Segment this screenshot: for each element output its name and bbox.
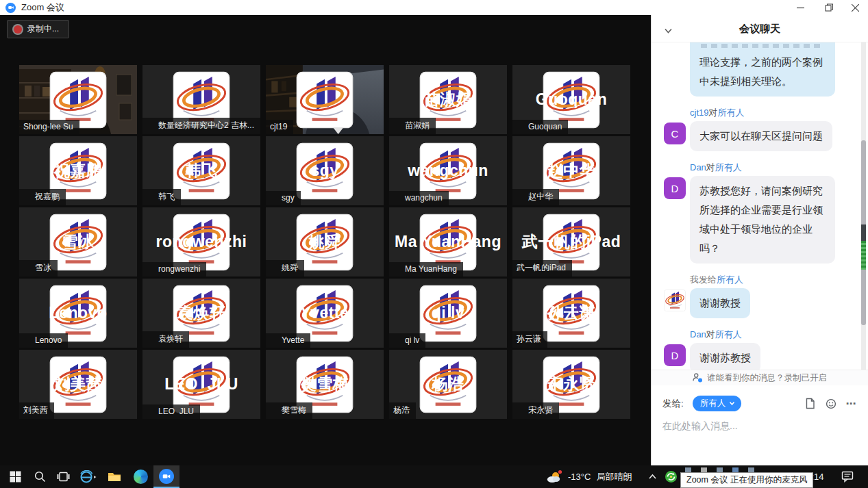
participant-tile[interactable]: 韩飞 韩飞 (142, 136, 260, 205)
participant-name-label: 杨浩 (389, 402, 416, 419)
mic-in-use-tooltip: Zoom 会议 正在使用你的麦克风 (680, 472, 813, 488)
weather-icon (546, 470, 562, 485)
participant-tile[interactable]: 数量经济研究中心2 吉林... (142, 65, 260, 134)
recording-indicator-button[interactable]: 录制中... (7, 20, 69, 38)
muted-mic-icon (270, 407, 278, 415)
message-bubble: 谢谢苏教授 (690, 343, 760, 370)
participant-tile[interactable]: 姚舜 姚舜 (266, 207, 384, 277)
recipient-dropdown[interactable]: 所有人 (693, 396, 742, 411)
participant-tile[interactable]: Guoquan Guoquan (512, 65, 630, 134)
participant-name-label: Yvette (266, 333, 310, 348)
zoom-taskbar-icon[interactable] (153, 465, 179, 488)
participant-tile[interactable]: 祝嘉鹏 祝嘉鹏 (19, 136, 137, 205)
message-sender-line: cjt19对所有人 (690, 107, 858, 118)
weather-widget[interactable]: -13°C 局部晴朗 (546, 465, 632, 488)
restore-button[interactable] (817, 0, 841, 15)
participant-tile[interactable]: wangchun wangchun (389, 136, 507, 205)
participant-name-label: 赵中华 (512, 189, 559, 205)
chat-message: Dan对所有人 D 苏教授您好，请问案例研究所选择的企业需要是行业领域中处于领导… (664, 162, 858, 264)
muted-mic-icon (517, 123, 525, 131)
muted-mic-icon (270, 194, 278, 202)
muted-mic-icon (147, 335, 155, 344)
participant-tile[interactable]: 苗淑娟 苗淑娟 (389, 65, 507, 134)
chat-scrollbar[interactable] (861, 42, 866, 370)
muted-mic-icon (517, 407, 525, 415)
participant-name-label: 孙云谦 (512, 331, 547, 348)
emoji-icon[interactable] (825, 398, 836, 409)
chat-compose-area: 发给: 所有人 ⋯ 在此处输入消息... (652, 385, 868, 465)
participant-tile[interactable]: 孙云谦 孙云谦 (512, 279, 630, 348)
participant-name-label: LEO JLU (142, 404, 200, 419)
search-icon[interactable] (29, 465, 51, 488)
participant-tile[interactable]: 樊雪梅 樊雪梅 (266, 350, 384, 419)
muted-mic-icon (393, 194, 401, 202)
message-bubble: 谢谢教授 (690, 288, 750, 318)
participant-tile[interactable]: 武一帆的iPad 武一帆的iPad (512, 207, 630, 277)
window-title: Zoom 会议 (21, 1, 64, 14)
chat-input[interactable]: 在此处输入消息... (662, 420, 857, 433)
participant-name-label: Guoquan (512, 120, 568, 134)
edge-icon[interactable] (129, 465, 152, 488)
chevron-down-icon[interactable] (664, 25, 673, 31)
chevron-down-icon (729, 401, 735, 406)
window-titlebar: Zoom 会议 (0, 0, 868, 15)
chat-privacy-notice: 谁能看到你的消息？录制已开启 (652, 370, 868, 385)
chat-message-list: 理论支撑，之前的两个案例中未提到相关理论。 cjt19对所有人 C 大家可以在聊… (652, 42, 868, 370)
participant-name-label: 雪冰 (19, 260, 58, 277)
participant-grid: Shong-lee Su 数量经济研究中心2 吉林... (19, 65, 630, 419)
minimize-button[interactable] (789, 0, 812, 15)
participant-tile[interactable]: Ma YuanHang Ma YuanHang (389, 207, 507, 277)
video-stage: 录制中... Shong-lee Su (0, 15, 651, 465)
participant-tile[interactable]: 杨浩 杨浩 (389, 350, 507, 419)
security-tray-icon[interactable] (662, 465, 680, 488)
chat-panel: 会议聊天 理论支撑，之前的两个案例中未提到相关理论。 cjt19对所有人 C 大… (651, 15, 868, 465)
muted-mic-icon (393, 122, 401, 130)
participant-name-label: 宋永贤 (512, 402, 559, 419)
close-button[interactable] (843, 0, 867, 15)
avatar (664, 290, 686, 311)
zoom-app-icon (5, 3, 16, 13)
participant-name-label: rongwenzhi (142, 262, 206, 277)
participant-tile[interactable]: cjt19 (266, 65, 384, 134)
action-center-icon[interactable] (836, 465, 859, 488)
participant-tile[interactable]: 刘美茜 刘美茜 (19, 350, 137, 419)
muted-mic-icon (147, 193, 155, 201)
chat-header: 会议聊天 (652, 15, 868, 42)
participant-tile[interactable]: 雪冰 雪冰 (19, 207, 137, 277)
more-options-icon[interactable]: ⋯ (845, 398, 857, 409)
start-button[interactable] (3, 465, 27, 488)
participant-tile[interactable]: 赵中华 赵中华 (512, 136, 630, 205)
attach-file-icon[interactable] (804, 398, 816, 409)
muted-mic-icon (147, 265, 155, 273)
participant-tile[interactable]: Lenovo Lenovo (19, 279, 137, 348)
message-bubble: 苏教授您好，请问案例研究所选择的企业需要是行业领域中处于领导地位的企业吗？ (690, 176, 835, 264)
hidden-icons-chevron[interactable] (645, 465, 660, 488)
send-to-label: 发给: (662, 398, 684, 410)
participant-tile[interactable]: 宋永贤 宋永贤 (512, 350, 630, 419)
chat-scrollbar-thumb[interactable] (861, 140, 866, 325)
participant-tile[interactable]: Shong-lee Su (19, 65, 137, 134)
chat-message: 我发给所有人 谢谢教授 (664, 274, 858, 318)
message-sender-line: Dan对所有人 (690, 329, 858, 340)
participant-name-label: Lenovo (19, 333, 68, 348)
participant-tile[interactable]: rongwenzhi rongwenzhi (142, 207, 260, 277)
weather-temp: -13°C (568, 472, 591, 482)
recording-dot-icon (14, 25, 22, 34)
participant-name-label: 数量经济研究中心2 吉林... (142, 118, 260, 134)
participant-name-label: 祝嘉鹏 (19, 189, 66, 205)
task-view-icon[interactable] (52, 465, 74, 488)
internet-explorer-icon[interactable] (75, 465, 101, 488)
file-explorer-icon[interactable] (103, 465, 126, 488)
person-icon (693, 373, 703, 383)
participant-tile[interactable]: qi lv qi lv (389, 279, 507, 348)
taskbar: -13°C 局部晴朗 Zoom 会议 正在使用你的麦克风 12:14 (0, 465, 868, 488)
muted-mic-icon (23, 336, 32, 344)
muted-mic-icon (147, 122, 155, 130)
participant-tile[interactable]: Yvette Yvette (266, 279, 384, 348)
participant-tile[interactable]: sgy sgy (266, 136, 384, 205)
participant-tile[interactable]: LEO JLU LEO JLU (142, 350, 260, 419)
muted-mic-icon (270, 336, 278, 344)
participant-tile[interactable]: 袁焕轩 袁焕轩 (142, 279, 260, 348)
participant-name-label: 刘美茜 (19, 402, 54, 419)
muted-mic-icon (23, 264, 32, 272)
